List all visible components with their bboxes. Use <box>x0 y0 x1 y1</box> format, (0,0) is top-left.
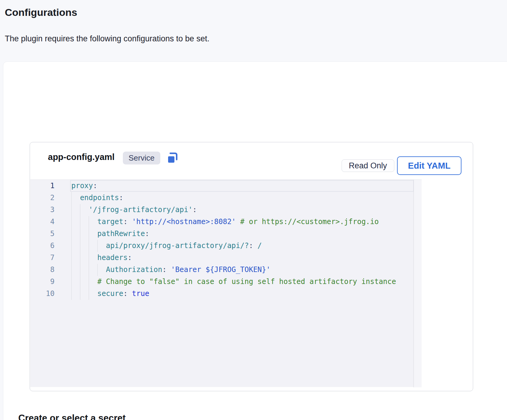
page-description: The plugin requires the following config… <box>5 34 209 43</box>
line-number: 2 <box>30 192 55 204</box>
code-line: api/proxy/jfrog-artifactory/api/?: / <box>71 240 396 252</box>
line-number: 5 <box>30 228 55 240</box>
indent-guide <box>71 192 72 300</box>
copy-icon <box>165 151 179 165</box>
line-number: 9 <box>30 276 55 288</box>
copy-button[interactable] <box>165 151 179 165</box>
secret-section-heading: Create or select a secret <box>18 413 126 420</box>
indent-guide <box>89 216 89 300</box>
editor-code: proxy: endpoints: '/jfrog-artifactory/ap… <box>71 180 396 300</box>
yaml-config-card: app-config.yaml Service Read Only Edit Y… <box>30 142 473 391</box>
yaml-code-editor[interactable]: 12345678910 proxy: endpoints: '/jfrog-ar… <box>30 179 422 387</box>
line-number: 3 <box>30 204 55 216</box>
code-line: '/jfrog-artifactory/api': <box>71 204 396 216</box>
configurations-panel: app-config.yaml Service Read Only Edit Y… <box>3 61 507 420</box>
line-number: 4 <box>30 216 55 228</box>
read-only-button[interactable]: Read Only <box>342 159 394 172</box>
line-number: 6 <box>30 240 55 252</box>
editor-gutter: 12345678910 <box>30 180 55 300</box>
edit-yaml-button[interactable]: Edit YAML <box>397 156 461 175</box>
page-title: Configurations <box>5 7 77 18</box>
code-line: # Change to "false" in case of using sel… <box>71 276 396 288</box>
editor-scrollbar[interactable] <box>414 180 422 387</box>
code-line: pathRewrite: <box>71 228 396 240</box>
line-number: 10 <box>30 288 55 300</box>
indent-guide <box>97 240 98 252</box>
code-line: target: 'http://<hostname>:8082' # or ht… <box>71 216 396 228</box>
code-line: endpoints: <box>71 192 396 204</box>
line-number: 8 <box>30 264 55 276</box>
service-badge: Service <box>123 152 160 164</box>
line-number: 7 <box>30 252 55 264</box>
indent-guide <box>97 264 98 276</box>
config-file-name: app-config.yaml <box>48 152 114 162</box>
indent-guide <box>80 204 80 300</box>
code-line: secure: true <box>71 288 396 300</box>
line-number: 1 <box>30 180 55 192</box>
code-line: Authorization: 'Bearer ${JFROG_TOKEN}' <box>71 264 396 276</box>
code-line: headers: <box>71 252 396 264</box>
code-line: proxy: <box>71 180 396 192</box>
